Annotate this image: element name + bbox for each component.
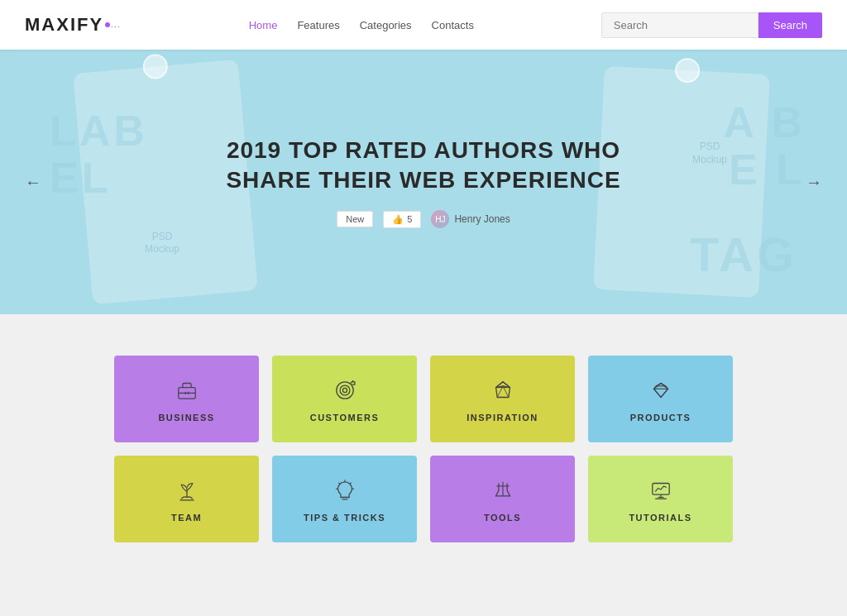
logo: MAXIFY... <box>25 14 122 36</box>
svg-point-5 <box>340 385 350 395</box>
psd-label-left: PSDMockup <box>145 231 179 256</box>
svg-line-16 <box>661 389 668 397</box>
category-customers[interactable]: CUSTOMERS <box>272 356 417 442</box>
tag-text-right: A BE L <box>723 99 806 193</box>
categories-section: BUSINESS CUSTOMERS <box>0 314 847 575</box>
svg-line-24 <box>349 482 351 484</box>
thumb-icon: 👍 <box>392 214 404 225</box>
category-tips-tricks[interactable]: TIPS & TRICKS <box>272 456 417 542</box>
hero-next-button[interactable]: → <box>797 165 830 200</box>
category-inspiration-label: INSPIRATION <box>467 413 538 423</box>
hero-content: 2019 TOP RATED AUTHORS WHO SHARE THEIR W… <box>226 136 620 229</box>
nav-features[interactable]: Features <box>297 19 339 31</box>
nav-contacts[interactable]: Contacts <box>432 19 474 31</box>
psd-label-right: PSDMockup <box>692 141 727 166</box>
hero-title: 2019 TOP RATED AUTHORS WHO SHARE THEIR W… <box>226 136 620 196</box>
category-row-1: BUSINESS CUSTOMERS <box>114 356 733 442</box>
badge-new: New <box>337 211 373 227</box>
bulb-icon <box>331 476 359 504</box>
tag-hole-left <box>142 53 170 80</box>
target-icon <box>331 376 359 404</box>
author-name: Henry Jones <box>454 213 510 225</box>
main-nav: Home Features Categories Contacts <box>249 19 474 31</box>
svg-point-6 <box>342 388 347 392</box>
svg-marker-7 <box>495 381 510 397</box>
hero-banner: LABEL A BE L TAG PSDMockup PSDMockup ← 2… <box>0 50 847 314</box>
likes-count: 5 <box>407 214 412 224</box>
tag-text-left: LABEL <box>50 107 148 202</box>
category-tips-tricks-label: TIPS & TRICKS <box>304 513 385 523</box>
tag-text-tag: TAG <box>690 228 797 281</box>
gem-icon <box>647 376 675 404</box>
search-button[interactable]: Search <box>758 12 822 38</box>
logo-text: MAXIFY <box>25 14 103 36</box>
category-team-label: TEAM <box>171 513 202 523</box>
search-input[interactable] <box>601 12 758 38</box>
svg-point-4 <box>336 381 352 398</box>
hero-meta: New 👍 5 HJ Henry Jones <box>226 210 620 228</box>
category-products[interactable]: PRODUCTS <box>588 356 733 442</box>
svg-line-15 <box>653 389 661 397</box>
category-tutorials-label: TUTORIALS <box>629 513 691 523</box>
briefcase-icon <box>173 376 201 404</box>
category-row-2: TEAM TIPS & TRICKS <box>114 456 733 542</box>
monitor-chart-icon <box>647 476 675 504</box>
nav-categories[interactable]: Categories <box>360 19 412 31</box>
category-team[interactable]: TEAM <box>114 456 259 542</box>
category-tools[interactable]: TOOLS <box>430 456 575 542</box>
author-avatar: HJ <box>431 210 449 228</box>
category-business-label: BUSINESS <box>158 413 214 423</box>
tag-hole-right <box>674 57 701 84</box>
category-tutorials[interactable]: TUTORIALS <box>588 456 733 542</box>
badge-likes: 👍 5 <box>383 211 421 228</box>
category-customers-label: CUSTOMERS <box>310 413 380 423</box>
tools-icon <box>489 476 517 504</box>
header: MAXIFY... Home Features Categories Conta… <box>0 0 847 50</box>
diamond-icon <box>489 376 517 404</box>
hand-plant-icon <box>173 476 201 504</box>
search-area: Search <box>601 12 822 38</box>
category-tools-label: TOOLS <box>484 513 521 523</box>
author-info: HJ Henry Jones <box>431 210 510 228</box>
hero-prev-button[interactable]: ← <box>17 165 50 200</box>
category-inspiration[interactable]: INSPIRATION <box>430 356 575 442</box>
svg-line-23 <box>338 482 340 484</box>
nav-home[interactable]: Home <box>249 19 278 31</box>
category-products-label: PRODUCTS <box>630 413 691 423</box>
category-business[interactable]: BUSINESS <box>114 356 259 442</box>
